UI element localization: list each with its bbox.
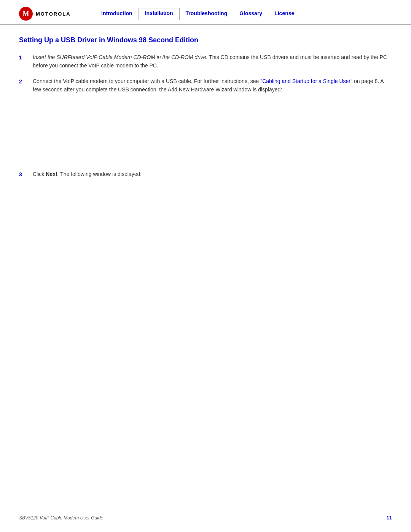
list-item: 1 Insert the SURFboard VoIP Cable Modem … xyxy=(19,53,392,70)
list-item: 3 Click Next. The following window is di… xyxy=(19,170,392,179)
footer-page-number: 11 xyxy=(387,515,392,521)
page-title: Setting Up a USB Driver in Windows 98 Se… xyxy=(19,36,392,44)
logo-area: M MOTOROLA xyxy=(19,7,80,21)
tab-installation[interactable]: Installation xyxy=(139,8,180,20)
footer: SBV5120 VoIP Cable Modem User Guide 11 xyxy=(19,515,392,521)
list-text-before-2: Connect the VoIP cable modem to your com… xyxy=(33,78,260,84)
list-italic-1: Insert the SURFboard VoIP Cable Modem CD… xyxy=(33,54,208,60)
numbered-list: 1 Insert the SURFboard VoIP Cable Modem … xyxy=(19,53,392,179)
list-content-3: Click Next. The following window is disp… xyxy=(33,170,392,179)
nav-tabs: Introduction Installation Troubleshootin… xyxy=(95,8,392,19)
list-content-1: Insert the SURFboard VoIP Cable Modem CD… xyxy=(33,53,392,70)
list-text-after-3: . The following window is displayed: xyxy=(57,171,142,177)
header: M MOTOROLA Introduction Installation Tro… xyxy=(0,0,411,25)
list-item: 2 Connect the VoIP cable modem to your c… xyxy=(19,77,392,94)
footer-guide-title: SBV5120 VoIP Cable Modem User Guide xyxy=(19,515,103,521)
list-number-1: 1 xyxy=(19,54,27,70)
tab-license[interactable]: License xyxy=(268,9,300,19)
list-number-2: 2 xyxy=(19,78,27,94)
main-content: Setting Up a USB Driver in Windows 98 Se… xyxy=(0,25,411,209)
list-bold-3: Next xyxy=(46,171,57,177)
list-number-3: 3 xyxy=(19,171,27,179)
tab-introduction[interactable]: Introduction xyxy=(95,9,139,19)
motorola-icon: M xyxy=(19,7,33,21)
tab-troubleshooting[interactable]: Troubleshooting xyxy=(180,9,234,19)
page-wrapper: M MOTOROLA Introduction Installation Tro… xyxy=(0,0,411,532)
logo-m-letter: M xyxy=(23,10,29,17)
motorola-logo: M MOTOROLA xyxy=(19,7,71,21)
motorola-brand-text: MOTOROLA xyxy=(36,11,71,17)
list-text-before-3: Click xyxy=(33,171,46,177)
cabling-link[interactable]: "Cabling and Startup for a Single User" xyxy=(260,78,352,84)
tab-glossary[interactable]: Glossary xyxy=(233,9,268,19)
list-content-2: Connect the VoIP cable modem to your com… xyxy=(33,77,392,94)
